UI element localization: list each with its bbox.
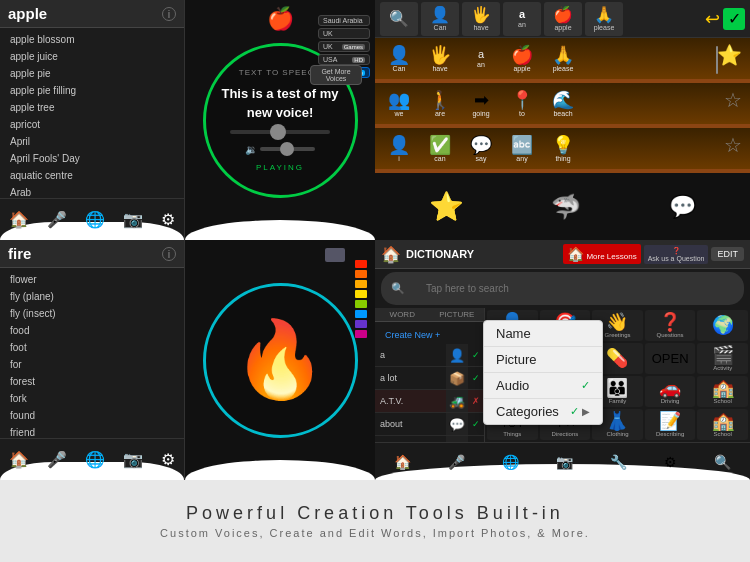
- list-item[interactable]: fly (plane): [0, 288, 184, 305]
- settings-icon-2[interactable]: ⚙: [161, 450, 175, 469]
- symbol-cell[interactable]: 👤Can: [421, 2, 459, 36]
- list-item[interactable]: fly (insect): [0, 305, 184, 322]
- top-left-info-icon[interactable]: i: [162, 7, 176, 21]
- voice-item[interactable]: USA HD: [318, 54, 370, 65]
- settings-icon-3[interactable]: ⚙: [664, 454, 677, 470]
- grid-cell-activity[interactable]: 🎬Activity: [697, 343, 748, 374]
- dict-row-about[interactable]: about 💬 ✓: [375, 413, 484, 436]
- dict-check: ✓: [468, 344, 484, 366]
- list-item[interactable]: apricot: [0, 116, 184, 133]
- shelf-cell[interactable]: ➡going: [462, 84, 500, 124]
- star-icon[interactable]: ⭐: [717, 43, 742, 67]
- grid-cell-questions[interactable]: ❓Questions: [645, 310, 696, 341]
- grid-cell-open[interactable]: OPEN: [645, 343, 696, 374]
- symbol-cell[interactable]: aan: [503, 2, 541, 36]
- list-item[interactable]: friend: [0, 424, 184, 438]
- search-input[interactable]: [416, 279, 728, 298]
- camera-icon-2[interactable]: 📷: [123, 450, 143, 469]
- shelf-cell[interactable]: 📍to: [503, 84, 541, 124]
- mic-icon-2[interactable]: 🎤: [47, 450, 67, 469]
- search-icon-2[interactable]: 🔍: [714, 454, 731, 470]
- dict-home-icon[interactable]: 🏠: [381, 245, 401, 264]
- list-item[interactable]: flower: [0, 271, 184, 288]
- camera-icon[interactable]: 📷: [123, 210, 143, 229]
- list-item[interactable]: for: [0, 356, 184, 373]
- voice-item[interactable]: Saudi Arabia: [318, 15, 370, 26]
- grid-cell-describing[interactable]: 📝Describing: [645, 409, 696, 440]
- dict-row-atv[interactable]: A.T.V. 🚜 ✗: [375, 390, 484, 413]
- list-item[interactable]: Arab: [0, 184, 184, 198]
- globe-icon[interactable]: 🌐: [85, 210, 105, 229]
- grid-cell-world[interactable]: 🌍: [697, 310, 748, 341]
- shelf-cell[interactable]: 🖐have: [421, 39, 459, 79]
- list-item[interactable]: food: [0, 322, 184, 339]
- symbol-cell[interactable]: 🖐have: [462, 2, 500, 36]
- fire-circle[interactable]: 🔥: [203, 283, 358, 438]
- shelf-cell[interactable]: 🌊beach: [544, 84, 582, 124]
- bottom-left-header: fire i: [0, 240, 184, 268]
- globe-icon-2[interactable]: 🌐: [85, 450, 105, 469]
- dropdown-item-audio[interactable]: Audio ✓: [484, 373, 602, 399]
- bottom-left-info-icon[interactable]: i: [162, 247, 176, 261]
- star-icon-3[interactable]: 🦈: [551, 193, 581, 221]
- gold-star[interactable]: ⭐: [429, 190, 464, 223]
- grid-cell-school2[interactable]: 🏫School: [697, 409, 748, 440]
- list-item[interactable]: aquatic centre: [0, 167, 184, 184]
- dict-row-alot[interactable]: a lot 📦 ✓: [375, 367, 484, 390]
- shelf-cell[interactable]: 💡thing: [544, 129, 582, 169]
- ask-question-button[interactable]: ❓ Ask us a Question: [644, 245, 709, 264]
- home-icon-2[interactable]: 🏠: [9, 450, 29, 469]
- voice-item[interactable]: UK: [318, 28, 370, 39]
- grid-cell-school[interactable]: 🏫School: [697, 376, 748, 407]
- get-more-voices-button[interactable]: Get More Voices: [310, 65, 362, 85]
- mic-icon[interactable]: 🎤: [47, 210, 67, 229]
- home-icon[interactable]: 🏠: [9, 210, 29, 229]
- dict-list: WORD PICTURE Create New + a 👤 ✓ a lot 📦: [375, 308, 485, 442]
- list-item[interactable]: forest: [0, 373, 184, 390]
- list-item[interactable]: apple pie filling: [0, 82, 184, 99]
- shelf-cell[interactable]: 💬say: [462, 129, 500, 169]
- settings-icon[interactable]: ⚙: [161, 210, 175, 229]
- star-outline-icon-2[interactable]: ☆: [724, 133, 742, 157]
- shelf-cell[interactable]: 👥we: [380, 84, 418, 124]
- create-new-button[interactable]: Create New +: [380, 327, 445, 343]
- check-icon-2: ✓: [570, 405, 579, 418]
- list-item[interactable]: April: [0, 133, 184, 150]
- dropdown-item-categories[interactable]: Categories ✓ ▶: [484, 399, 602, 424]
- shelf-cell[interactable]: ✅can: [421, 129, 459, 169]
- shelf-cell[interactable]: 👤i: [380, 129, 418, 169]
- shelf-cell[interactable]: 🍎apple: [503, 39, 541, 79]
- globe-icon-3[interactable]: 🌐: [502, 454, 519, 470]
- home-icon-3[interactable]: 🏠: [394, 454, 411, 470]
- list-item[interactable]: apple tree: [0, 99, 184, 116]
- voice-item[interactable]: UK Games: [318, 41, 370, 52]
- list-item[interactable]: foot: [0, 339, 184, 356]
- camera-icon-3[interactable]: 📷: [556, 454, 573, 470]
- tools-icon[interactable]: 🔧: [610, 454, 627, 470]
- list-item[interactable]: apple pie: [0, 65, 184, 82]
- edit-button[interactable]: EDIT: [711, 247, 744, 261]
- create-new-row[interactable]: Create New +: [375, 322, 484, 344]
- symbol-cell[interactable]: 🙏please: [585, 2, 623, 36]
- dropdown-item-picture[interactable]: Picture: [484, 347, 602, 373]
- shelf-cell[interactable]: 🔤any: [503, 129, 541, 169]
- chat-icon[interactable]: 💬: [669, 194, 696, 220]
- list-item[interactable]: apple juice: [0, 48, 184, 65]
- list-item[interactable]: fork: [0, 390, 184, 407]
- grid-cell-driving[interactable]: 🚗Driving: [645, 376, 696, 407]
- lessons-button[interactable]: 🏠 More Lessons: [563, 244, 640, 264]
- shelf-cell[interactable]: 🙏please: [544, 39, 582, 79]
- shelf-cell[interactable]: 👤Can: [380, 39, 418, 79]
- dict-row-a[interactable]: a 👤 ✓: [375, 344, 484, 367]
- dropdown-item-name[interactable]: Name: [484, 321, 602, 347]
- list-item[interactable]: April Fools' Day: [0, 150, 184, 167]
- search-container: 🔍: [375, 269, 750, 308]
- symbol-cell[interactable]: 🍎apple: [544, 2, 582, 36]
- mic-icon-3[interactable]: 🎤: [448, 454, 465, 470]
- star-outline-icon[interactable]: ☆: [724, 88, 742, 112]
- shelf-cell[interactable]: 🚶are: [421, 84, 459, 124]
- list-item[interactable]: found: [0, 407, 184, 424]
- list-item[interactable]: apple blossom: [0, 31, 184, 48]
- symbol-cell[interactable]: 🔍: [380, 2, 418, 36]
- shelf-cell[interactable]: aan: [462, 39, 500, 79]
